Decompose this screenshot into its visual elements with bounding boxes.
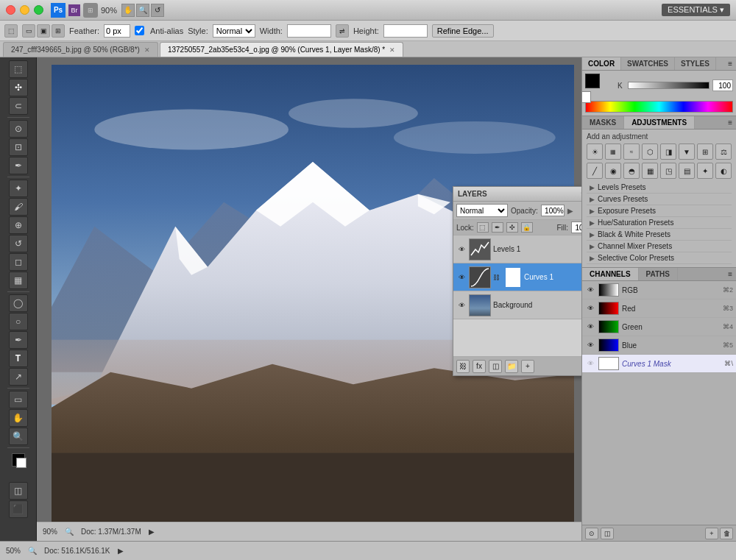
channel-blue[interactable]: 👁 Blue ⌘5 xyxy=(582,336,736,355)
channel-curves-mask[interactable]: 👁 Curves 1 Mask ⌘\ xyxy=(582,355,736,373)
fill-input[interactable] xyxy=(571,221,581,233)
foreground-swatch[interactable] xyxy=(585,74,600,88)
path-select-tool[interactable]: ↗ xyxy=(9,368,28,386)
preset-exposure[interactable]: ▶ Exposure Presets xyxy=(587,205,732,217)
tab-close-0[interactable]: ✕ xyxy=(144,46,150,54)
move-tool[interactable]: ✣ xyxy=(9,79,28,96)
adj-curves-icon[interactable]: ≈ xyxy=(623,143,640,160)
ch-selection-btn[interactable]: ⊙ xyxy=(585,528,598,539)
ch-mask-btn[interactable]: ◫ xyxy=(601,528,614,539)
type-tool[interactable]: T xyxy=(9,350,28,367)
tab-close-1[interactable]: ✕ xyxy=(389,46,395,54)
layer-row-background[interactable]: 👁 Background 🔒 xyxy=(453,291,581,319)
marquee-tool[interactable]: ⬚ xyxy=(9,60,28,78)
canvas-arrow-icon[interactable]: ▶ xyxy=(149,528,155,536)
crop-tool[interactable]: ⊡ xyxy=(9,138,28,156)
adj-black-icon[interactable]: ◨ xyxy=(660,143,676,160)
adj-photo-icon[interactable]: ✦ xyxy=(697,163,713,179)
new-group-button[interactable]: 📁 xyxy=(505,360,518,373)
width-input[interactable] xyxy=(287,24,331,38)
feather-input[interactable] xyxy=(104,24,130,38)
adj-solid-icon[interactable]: ◐ xyxy=(715,163,732,179)
lock-all-icon[interactable]: 🔒 xyxy=(521,222,533,233)
channels-tab[interactable]: CHANNELS xyxy=(582,268,639,280)
preset-bw[interactable]: ▶ Black & White Presets xyxy=(587,229,732,241)
preset-curves[interactable]: ▶ Curves Presets xyxy=(587,194,732,205)
nav-icon[interactable]: ⊞ xyxy=(83,3,98,18)
ch-eye-rgb[interactable]: 👁 xyxy=(585,285,595,295)
tab-0[interactable]: 247_cfff349665_b.jpg @ 50% (RGB/8*) ✕ xyxy=(3,42,158,57)
channel-rgb[interactable]: 👁 RGB ⌘2 xyxy=(582,281,736,300)
status-zoom-icon[interactable]: 🔍 xyxy=(28,547,37,555)
swatches-tab[interactable]: SWATCHES xyxy=(621,57,675,70)
close-button[interactable] xyxy=(6,5,15,15)
fixed-select-icon[interactable]: ▣ xyxy=(37,24,50,38)
rect-select-icon[interactable]: ▭ xyxy=(22,24,35,38)
color-spectrum[interactable] xyxy=(585,101,733,113)
hand-tool[interactable]: ✋ xyxy=(9,409,28,427)
k-value-input[interactable] xyxy=(712,79,733,91)
ch-delete-btn[interactable]: 🗑 xyxy=(720,528,733,539)
lock-position-icon[interactable]: ✣ xyxy=(506,222,518,233)
add-mask-button[interactable]: ◫ xyxy=(489,360,502,373)
lock-image-icon[interactable]: ✒ xyxy=(492,222,503,233)
adjustments-tab[interactable]: ADJUSTMENTS xyxy=(624,116,695,129)
quick-select-tool[interactable]: ⊙ xyxy=(9,120,28,138)
ch-eye-mask[interactable]: 👁 xyxy=(585,358,595,369)
zoom-tool[interactable]: 🔍 xyxy=(9,428,28,445)
layer-row-levels[interactable]: 👁 Levels 1 xyxy=(453,235,581,263)
masks-tab[interactable]: MASKS xyxy=(582,116,624,129)
healing-tool[interactable]: ✦ xyxy=(9,180,28,197)
channel-red[interactable]: 👁 Red ⌘3 xyxy=(582,300,736,318)
status-arrow[interactable]: ▶ xyxy=(118,547,124,555)
gradient-tool[interactable]: ▦ xyxy=(9,272,28,289)
paths-tab[interactable]: PATHS xyxy=(639,268,678,280)
adj-panel-menu[interactable]: ≡ xyxy=(724,116,736,129)
layer-eye-curves[interactable]: 👁 xyxy=(456,272,467,283)
k-slider-track[interactable] xyxy=(628,82,710,89)
adj-levels-icon[interactable]: ▦ xyxy=(605,143,621,160)
ch-eye-red[interactable]: 👁 xyxy=(585,303,595,313)
layer-eye-bg[interactable]: 👁 xyxy=(456,300,467,311)
new-layer-button[interactable]: + xyxy=(521,360,534,373)
clone-tool[interactable]: ⊕ xyxy=(9,216,28,234)
add-effect-button[interactable]: fx xyxy=(473,360,486,373)
blur-tool[interactable]: ◯ xyxy=(9,294,28,312)
pen-tool[interactable]: ✒ xyxy=(9,331,28,349)
brush-tool[interactable]: 🖌 xyxy=(9,198,28,216)
selection-tool-icon[interactable]: ⬚ xyxy=(4,24,18,38)
preset-selective-color[interactable]: ▶ Selective Color Presets xyxy=(587,252,732,264)
antialias-checkbox[interactable] xyxy=(135,26,144,35)
shape-tool[interactable]: ▭ xyxy=(9,391,28,408)
adj-posterize-icon[interactable]: ◉ xyxy=(605,163,621,179)
quick-mask-btn[interactable]: ◫ xyxy=(9,482,28,500)
preset-hue[interactable]: ▶ Hue/Saturation Presets xyxy=(587,217,732,229)
refine-edge-button[interactable]: Refine Edge... xyxy=(432,24,494,38)
channels-menu[interactable]: ≡ xyxy=(724,268,736,280)
ch-new-btn[interactable]: + xyxy=(705,528,718,539)
lasso-tool[interactable]: ⊂ xyxy=(9,97,28,115)
ch-eye-blue[interactable]: 👁 xyxy=(585,340,595,350)
adj-vibrance-icon[interactable]: ▼ xyxy=(679,143,695,160)
essentials-button[interactable]: ESSENTIALS ▾ xyxy=(662,4,730,16)
layer-row-curves[interactable]: 👁 ⛓ Curves 1 xyxy=(453,263,581,291)
color-tab[interactable]: COLOR xyxy=(582,57,621,70)
rotate-icon[interactable]: ↺ xyxy=(151,4,164,17)
adj-channel-icon[interactable]: ▤ xyxy=(679,163,695,179)
dodge-tool[interactable]: ○ xyxy=(9,313,28,330)
hand-tool-icon[interactable]: ✋ xyxy=(121,4,135,17)
layers-collapse-icon[interactable]: ▼ xyxy=(580,191,581,198)
tab-1[interactable]: 137250557_2ab35e53c4_o.jpg @ 90% (Curves… xyxy=(160,42,403,57)
adj-threshold-icon[interactable]: ◓ xyxy=(623,163,640,179)
layer-eye-levels[interactable]: 👁 xyxy=(456,244,467,255)
adj-selective-icon[interactable]: ◳ xyxy=(660,163,676,179)
swap-icon[interactable]: ⇌ xyxy=(336,24,349,38)
ch-eye-green[interactable]: 👁 xyxy=(585,322,595,332)
preset-channel-mixer[interactable]: ▶ Channel Mixer Presets xyxy=(587,241,732,252)
layer-chain-curves[interactable]: ⛓ xyxy=(493,274,500,281)
link-layers-button[interactable]: ⛓ xyxy=(456,360,470,373)
adj-invert-icon[interactable]: ╱ xyxy=(587,163,603,179)
opacity-input[interactable] xyxy=(541,205,565,216)
opacity-arrow[interactable]: ▶ xyxy=(567,207,573,215)
styles-tab[interactable]: STYLES xyxy=(675,57,716,70)
